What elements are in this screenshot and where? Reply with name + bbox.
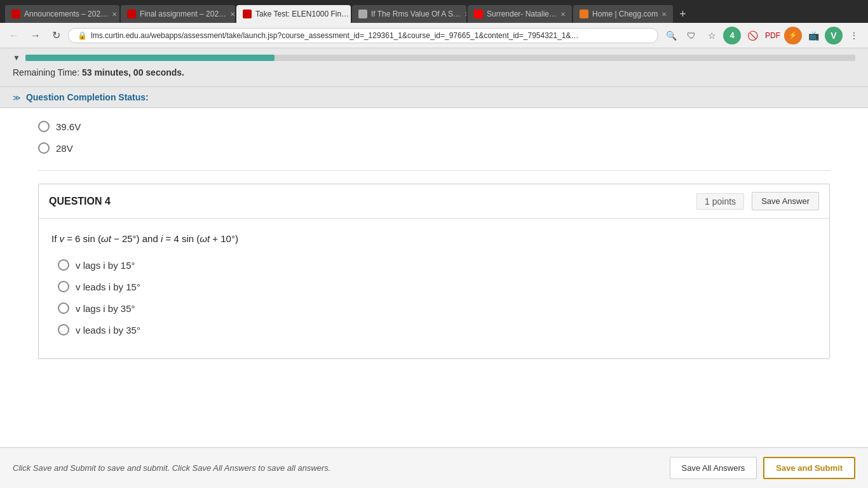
remaining-label: Remaining Time: bbox=[13, 67, 79, 78]
tab-favicon-6 bbox=[580, 10, 588, 18]
radio-q4-3[interactable] bbox=[58, 302, 69, 314]
footer-buttons: Save All Answers Save and Submit bbox=[670, 457, 855, 479]
tab-take-test[interactable]: Take Test: ELEN1000 Fin… ✕ bbox=[236, 5, 351, 23]
progress-bar-outer bbox=[25, 55, 855, 61]
tab-label-3: Take Test: ELEN1000 Fin… bbox=[255, 10, 349, 18]
nav-icons: 🔍 🛡 ☆ 4 🚫 PDF ⚡ 📺 V ⋮ bbox=[662, 27, 863, 44]
back-button[interactable]: ← bbox=[5, 27, 23, 44]
radio-q4-2[interactable] bbox=[58, 281, 69, 292]
completion-arrow-icon: ≫ bbox=[13, 93, 21, 102]
math-t1: t bbox=[109, 233, 111, 244]
vpn-icon-btn[interactable]: 4 bbox=[723, 27, 741, 44]
nav-bar: ← → ↻ 🔒 lms.curtin.edu.au/webapps/assess… bbox=[0, 23, 868, 48]
tab-close-5[interactable]: ✕ bbox=[560, 11, 566, 18]
address-text: lms.curtin.edu.au/webapps/assessment/tak… bbox=[91, 31, 579, 40]
block-icon-btn[interactable]: 🚫 bbox=[743, 27, 761, 44]
list-item: 39.6V bbox=[38, 121, 830, 132]
math-i: i bbox=[161, 233, 163, 244]
bottom-footer: Click Save and Submit to save and submit… bbox=[0, 447, 868, 488]
progress-bar-container: ▼ bbox=[13, 53, 855, 62]
list-item: v lags i by 15° bbox=[58, 259, 817, 271]
tab-announcements[interactable]: Announcements – 202… ✕ bbox=[5, 5, 119, 23]
radio-q4-1[interactable] bbox=[58, 259, 69, 271]
math-omega2: ω bbox=[200, 233, 207, 244]
new-tab-button[interactable]: + bbox=[674, 5, 691, 23]
save-answer-button[interactable]: Save Answer bbox=[752, 192, 819, 210]
tab-chegg[interactable]: Home | Chegg.com ✕ bbox=[573, 5, 673, 23]
shield-icon-btn[interactable]: 🛡 bbox=[682, 27, 700, 44]
tab-close-4[interactable]: ✕ bbox=[465, 11, 466, 18]
question-4-text: If v = 6 sin (ωt − 25°) and i = 4 sin (ω… bbox=[51, 231, 817, 247]
tab-favicon-2 bbox=[127, 10, 136, 18]
tab-favicon-3 bbox=[243, 10, 252, 18]
extension-icon-btn[interactable]: ⚡ bbox=[784, 27, 802, 44]
tab-label-4: If The Rms Value Of A S… bbox=[371, 10, 461, 18]
question-4-number: QUESTION 4 bbox=[49, 196, 111, 207]
tab-label-2: Final assignment – 202… bbox=[140, 10, 226, 18]
prev-option-2-label: 28V bbox=[56, 143, 73, 154]
q4-option-1-label: v lags i by 15° bbox=[76, 260, 135, 271]
page-content: ▼ Remaining Time: 53 minutes, 00 seconds… bbox=[0, 48, 868, 488]
question-4-body: If v = 6 sin (ωt − 25°) and i = 4 sin (ω… bbox=[39, 219, 829, 358]
question-4-points: 1 points bbox=[696, 193, 744, 210]
progress-bar-inner bbox=[25, 55, 275, 61]
remaining-value: 53 minutes, 00 seconds. bbox=[82, 67, 184, 78]
tab-youtube[interactable]: Surrender- Natalie… ✕ bbox=[468, 5, 572, 23]
lock-icon: 🔒 bbox=[78, 31, 87, 40]
reload-button[interactable]: ↻ bbox=[48, 27, 64, 44]
list-item: v leads i by 15° bbox=[58, 281, 817, 292]
tab-bar: Announcements – 202… ✕ Final assignment … bbox=[0, 0, 868, 23]
profile-icon-btn[interactable]: V bbox=[825, 27, 843, 44]
tab-final-assignment[interactable]: Final assignment – 202… ✕ bbox=[121, 5, 235, 23]
radio-button-2[interactable] bbox=[38, 142, 50, 154]
remaining-time: Remaining Time: 53 minutes, 00 seconds. bbox=[13, 67, 855, 78]
search-icon-btn[interactable]: 🔍 bbox=[662, 27, 680, 44]
star-icon-btn[interactable]: ☆ bbox=[703, 27, 721, 44]
radio-q4-4[interactable] bbox=[58, 324, 69, 336]
math-t2: t bbox=[207, 233, 210, 244]
question-4-header: QUESTION 4 1 points Save Answer bbox=[39, 184, 829, 219]
completion-title: Question Completion Status: bbox=[26, 92, 149, 102]
tab-rms-value[interactable]: If The Rms Value Of A S… ✕ bbox=[352, 5, 466, 23]
list-item: 28V bbox=[38, 142, 830, 154]
list-item: v lags i by 35° bbox=[58, 302, 817, 314]
tab-close-2[interactable]: ✕ bbox=[230, 11, 235, 18]
pdf-icon-btn[interactable]: PDF bbox=[764, 27, 782, 44]
q4-option-2-label: v leads i by 15° bbox=[76, 281, 140, 292]
question-4-block: QUESTION 4 1 points Save Answer If v = 6… bbox=[38, 184, 830, 359]
menu-icon-btn[interactable]: ⋮ bbox=[845, 27, 863, 44]
tab-favicon-1 bbox=[11, 10, 20, 18]
math-omega: ω bbox=[101, 233, 109, 244]
cast-icon-btn[interactable]: 📺 bbox=[804, 27, 822, 44]
forward-button[interactable]: → bbox=[27, 27, 44, 44]
tab-favicon-4 bbox=[358, 10, 367, 18]
tab-close-6[interactable]: ✕ bbox=[661, 11, 667, 18]
save-and-submit-button[interactable]: Save and Submit bbox=[763, 457, 855, 479]
q4-option-3-label: v lags i by 35° bbox=[76, 303, 135, 314]
completion-status: ≫ Question Completion Status: bbox=[0, 87, 868, 108]
browser-window: Announcements – 202… ✕ Final assignment … bbox=[0, 0, 868, 488]
q4-option-4-label: v leads i by 35° bbox=[76, 325, 140, 336]
math-v: v bbox=[60, 233, 65, 244]
tab-label-6: Home | Chegg.com bbox=[592, 10, 658, 18]
tab-close-1[interactable]: ✕ bbox=[112, 11, 117, 18]
list-item: v leads i by 35° bbox=[58, 324, 817, 336]
footer-instruction: Click Save and Submit to save and submit… bbox=[13, 463, 330, 473]
tab-label-5: Surrender- Natalie… bbox=[487, 10, 557, 18]
quiz-content: 39.6V 28V QUESTION 4 1 points Save Answe… bbox=[0, 108, 868, 447]
prev-option-1-label: 39.6V bbox=[56, 121, 81, 132]
progress-arrow-icon: ▼ bbox=[13, 53, 20, 62]
radio-button-1[interactable] bbox=[38, 121, 50, 132]
prev-answers-section: 39.6V 28V bbox=[38, 108, 830, 171]
save-all-answers-button[interactable]: Save All Answers bbox=[670, 457, 757, 479]
timer-section: ▼ Remaining Time: 53 minutes, 00 seconds… bbox=[0, 48, 868, 87]
answer-options: v lags i by 15° v leads i by 15° v lags … bbox=[51, 259, 817, 352]
address-bar[interactable]: 🔒 lms.curtin.edu.au/webapps/assessment/t… bbox=[68, 28, 658, 43]
tab-favicon-5 bbox=[474, 10, 483, 18]
question-4-meta: 1 points Save Answer bbox=[696, 192, 819, 210]
tab-label-1: Announcements – 202… bbox=[24, 10, 108, 18]
